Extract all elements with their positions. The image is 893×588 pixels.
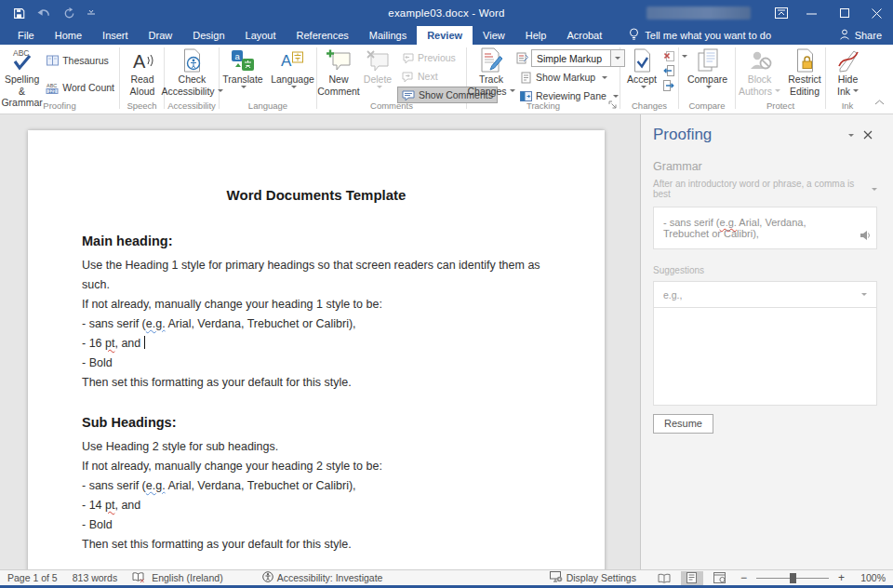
- dropdown-caret-icon: [241, 86, 247, 88]
- show-markup-button[interactable]: Show Markup: [515, 69, 625, 86]
- display-for-review-combo[interactable]: Simple Markup: [531, 49, 625, 67]
- group-content: A Read Aloud: [120, 45, 164, 100]
- resume-button[interactable]: Resume: [653, 414, 713, 434]
- thesaurus-button[interactable]: Thesaurus: [42, 52, 118, 69]
- zoom-level[interactable]: 100%: [854, 572, 886, 583]
- zoom-out-button[interactable]: −: [740, 571, 747, 584]
- zoom-in-button[interactable]: +: [838, 571, 845, 584]
- pane-close-icon[interactable]: [859, 130, 877, 140]
- web-layout-button[interactable]: [709, 571, 731, 585]
- customize-qat-icon[interactable]: [87, 10, 95, 16]
- zoom-slider[interactable]: [756, 578, 829, 579]
- compare-button[interactable]: Compare: [685, 47, 730, 88]
- pane-description-row[interactable]: After an introductory word or phrase, a …: [653, 179, 877, 199]
- group-content: Track Changes Simple Markup: [467, 45, 620, 100]
- dropdown-caret-icon: [775, 89, 780, 92]
- delete-comment-button[interactable]: Delete: [358, 47, 397, 88]
- pane-title: Proofing: [653, 126, 840, 144]
- share-button[interactable]: Share: [839, 26, 882, 45]
- statusbar: Page 1 of 5 813 words English (Ireland) …: [0, 569, 893, 585]
- undo-icon[interactable]: [37, 7, 51, 19]
- zoom-slider-thumb[interactable]: [790, 573, 796, 583]
- ribbon-group-ink: Hide Ink Ink: [826, 45, 869, 114]
- button-label: New: [328, 74, 348, 86]
- word-count-indicator[interactable]: 813 words: [73, 572, 117, 583]
- view-switcher: [653, 571, 731, 585]
- close-button[interactable]: [860, 0, 893, 26]
- tab-insert[interactable]: Insert: [92, 26, 139, 45]
- new-comment-button[interactable]: New Comment: [319, 47, 358, 97]
- suggestions-list[interactable]: [653, 308, 877, 406]
- tab-file[interactable]: File: [7, 26, 45, 45]
- chevron-down-icon: [861, 293, 867, 296]
- text-segment: e.g.: [146, 317, 166, 330]
- redo-icon[interactable]: [63, 7, 75, 20]
- tab-design[interactable]: Design: [182, 26, 234, 45]
- pane-options-chevron-icon[interactable]: [840, 134, 859, 137]
- grammar-sentence-card[interactable]: - sans serif (e.g. Arial, Verdana, Trebu…: [653, 207, 877, 249]
- dialog-launcher-icon[interactable]: [608, 96, 617, 113]
- tab-review[interactable]: Review: [417, 26, 473, 45]
- text-segment: Sub Headings:: [82, 415, 177, 430]
- text-segment: - sans serif (: [82, 479, 146, 492]
- group-content: Check Accessibility: [165, 45, 219, 100]
- suggestion-dropdown[interactable]: e.g.,: [653, 281, 877, 308]
- proofing-status-icon[interactable]: [132, 572, 145, 583]
- ribbon-group-speech: A Read Aloud Speech: [120, 45, 164, 114]
- show-markup-icon: [519, 72, 532, 84]
- text-segment: - sans serif (: [82, 317, 146, 330]
- tell-me-box[interactable]: Tell me what you want to do: [629, 26, 771, 45]
- group-content: a Translate A Language: [220, 45, 316, 100]
- speaker-icon[interactable]: [860, 230, 872, 243]
- tab-view[interactable]: View: [473, 26, 515, 45]
- button-label: Accept: [627, 74, 657, 86]
- text-segment: - 16: [82, 337, 105, 350]
- language-button[interactable]: A Language: [270, 47, 315, 88]
- group-label: Changes: [620, 100, 678, 114]
- check-accessibility-button[interactable]: Check Accessibility: [167, 47, 218, 97]
- tab-layout[interactable]: Layout: [235, 26, 287, 45]
- collapse-ribbon-icon[interactable]: [874, 92, 885, 109]
- button-label: Comment: [317, 86, 360, 98]
- translate-button[interactable]: a Translate: [221, 47, 264, 88]
- maximize-button[interactable]: [828, 0, 860, 26]
- print-layout-button[interactable]: [681, 571, 703, 585]
- page-indicator[interactable]: Page 1 of 5: [7, 572, 58, 583]
- text-segment: Arial, Verdana, Trebuchet or Calibri),: [166, 317, 356, 330]
- tab-references[interactable]: References: [287, 26, 359, 45]
- paragraph: - Bold: [82, 354, 551, 373]
- ribbon-display-options-icon[interactable]: [767, 0, 795, 26]
- check-accessibility-icon: [182, 47, 202, 74]
- accessibility-status[interactable]: Accessibility: Investigate: [262, 571, 383, 584]
- dropdown-caret-icon: [291, 86, 297, 88]
- ribbon-tabs: FileHomeInsertDrawDesignLayoutReferences…: [7, 26, 612, 45]
- accept-button[interactable]: Accept: [622, 47, 661, 88]
- button-label: Editing: [790, 86, 820, 98]
- track-changes-button[interactable]: Track Changes: [469, 47, 513, 97]
- tab-help[interactable]: Help: [515, 26, 557, 45]
- read-aloud-button[interactable]: A Read Aloud: [123, 47, 162, 97]
- display-settings-button[interactable]: Display Settings: [550, 571, 636, 584]
- dropdown-caret-icon: [706, 86, 712, 88]
- svg-text:a: a: [234, 51, 240, 61]
- word-count-button[interactable]: ABC123 Word Count: [42, 79, 118, 96]
- group-label: Comments: [317, 100, 466, 114]
- document-page[interactable]: Word Documents TemplateMain heading:Use …: [28, 130, 605, 569]
- text-segment: e.g.: [720, 217, 737, 228]
- ribbon-group-accessibility: Check Accessibility Accessibility: [165, 45, 219, 114]
- quick-access-toolbar: [0, 7, 95, 20]
- read-mode-button[interactable]: [653, 571, 675, 585]
- hide-ink-button[interactable]: Hide Ink: [829, 47, 868, 97]
- minimize-button[interactable]: [795, 0, 828, 26]
- tab-draw[interactable]: Draw: [139, 26, 183, 45]
- block-authors-button[interactable]: Block Authors: [738, 47, 781, 97]
- thesaurus-icon: [46, 55, 59, 66]
- restrict-editing-button[interactable]: Restrict Editing: [785, 47, 824, 97]
- tab-mailings[interactable]: Mailings: [359, 26, 417, 45]
- tab-home[interactable]: Home: [45, 26, 92, 45]
- language-indicator[interactable]: English (Ireland): [152, 572, 222, 583]
- tab-acrobat[interactable]: Acrobat: [556, 26, 612, 45]
- save-icon[interactable]: [13, 7, 25, 20]
- chevron-down-icon: [848, 134, 854, 137]
- paragraph: - sans serif (e.g. Arial, Verdana, Trebu…: [82, 476, 551, 496]
